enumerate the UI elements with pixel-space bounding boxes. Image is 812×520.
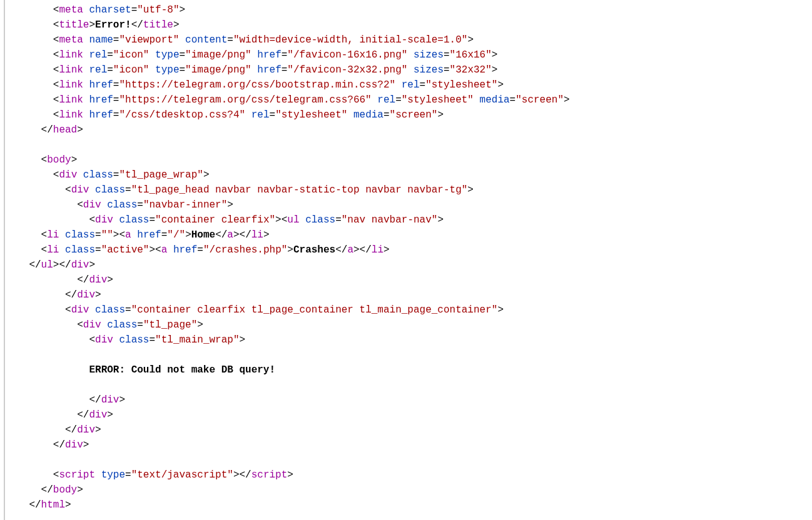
token-br: > [197,319,203,331]
code-line: </div> [5,439,89,451]
token-br: < [53,4,59,16]
token-tag: html [41,499,65,511]
code-line: <link href="https://telegram.org/css/tel… [5,94,570,106]
indent [5,334,89,346]
indent [5,154,41,166]
token-br [372,94,378,106]
token-attrv: "container clearfix" [155,214,275,226]
token-br [59,229,65,241]
token-attrk: class [95,184,125,196]
token-tag: div [83,199,101,211]
token-br: < [77,319,83,331]
token-attrv: "/crashes.php" [203,244,287,256]
indent [5,79,53,91]
token-tag: div [77,424,95,436]
token-attrv: "https://telegram.org/css/bootstrap.min.… [119,79,395,91]
token-br: </ [360,244,372,256]
token-br: < [89,214,95,226]
token-tag: div [71,184,89,196]
token-tag: a [347,244,353,256]
code-line: ERROR: Could not make DB query! [5,364,275,376]
token-br: = [113,79,119,91]
token-tag: body [53,484,77,496]
token-br: </ [29,499,41,511]
token-tag: li [251,229,263,241]
indent [5,364,89,376]
token-br: > [240,334,246,346]
token-br: > [65,499,71,511]
token-tag: title [143,19,173,31]
token-attrk: href [89,109,113,121]
token-br: = [125,184,131,196]
token-br [179,34,185,46]
token-attrv: "stylesheet" [402,94,474,106]
token-attrv: "/favicon-32x32.png" [287,64,407,76]
token-tag: a [161,244,168,256]
token-br: = [95,229,101,241]
indent [5,214,89,226]
token-tag: a [227,229,233,241]
token-br: > [179,4,185,16]
token-br: < [77,199,83,211]
indent [5,19,53,31]
token-br: > [383,244,390,256]
token-attrk: charset [89,4,131,16]
token-attrk: class [107,319,137,331]
token-tag: meta [59,34,83,46]
token-br: > [107,274,113,286]
token-br [83,34,89,46]
code-line: </div> [5,394,125,406]
token-br: > [287,469,293,481]
token-br: </ [240,229,251,241]
token-br [395,79,402,91]
token-br [83,94,89,106]
token-br: > [107,409,113,421]
token-br: < [53,64,59,76]
token-attrv: "" [101,229,113,241]
token-br: = [270,109,276,121]
token-tag: script [59,469,95,481]
token-tag: div [89,274,107,286]
token-br: < [119,229,125,241]
indent [5,499,29,511]
token-br: > [83,439,89,451]
code-line: </div> [5,289,101,301]
code-line: <div class="container clearfix tl_page_c… [5,304,504,316]
token-br [113,334,119,346]
indent [5,64,53,76]
token-br [113,214,119,226]
indent [5,34,53,46]
token-tag: title [59,19,89,31]
token-attrv: "/" [167,229,185,241]
indent [5,229,41,241]
token-tag: link [59,79,83,91]
token-br [251,64,258,76]
token-attrv: "tl_page" [143,319,197,331]
token-attrk: sizes [414,64,444,76]
token-br: = [444,49,450,61]
token-br: > [492,64,498,76]
token-attrk: name [89,34,113,46]
indent [5,184,65,196]
code-line: <div class="tl_main_wrap"> [5,334,245,346]
token-br: </ [41,484,53,496]
token-attrk: type [155,49,179,61]
indent [5,109,53,121]
code-line: <meta charset="utf-8"> [5,4,185,16]
indent [5,439,53,451]
token-attrv: "tl_page_wrap" [119,169,203,181]
token-br: = [510,94,516,106]
token-br: = [149,334,155,346]
token-br: = [282,49,288,61]
code-line: </body> [5,484,83,496]
token-attrk: href [89,79,113,91]
token-br [59,244,65,256]
token-br: > [53,259,59,271]
token-attrk: rel [377,94,395,106]
token-attrv: "stylesheet" [275,109,347,121]
token-br: > [89,19,95,31]
token-attrk: type [155,64,179,76]
token-br: = [444,64,450,76]
token-attrk: rel [251,109,270,121]
token-br: </ [89,394,101,406]
